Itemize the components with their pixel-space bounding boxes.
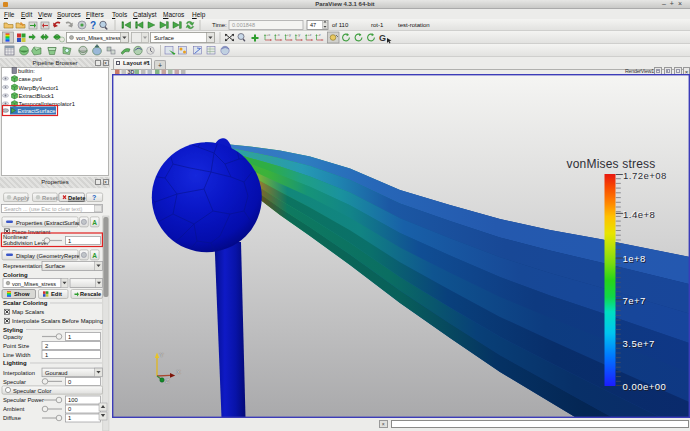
svg-text:Reset: Reset bbox=[42, 195, 58, 201]
svg-text:Gouraud: Gouraud bbox=[45, 370, 68, 376]
svg-text:0: 0 bbox=[68, 406, 71, 412]
svg-text:7e+7: 7e+7 bbox=[623, 295, 646, 306]
svg-text:Y: Y bbox=[160, 352, 164, 358]
svg-text:rot-1: rot-1 bbox=[371, 22, 384, 28]
svg-text:ExtractSurface1: ExtractSurface1 bbox=[18, 108, 59, 114]
svg-text:0.001848: 0.001848 bbox=[232, 22, 255, 28]
svg-text:Line Width: Line Width bbox=[3, 352, 30, 358]
svg-text:47: 47 bbox=[310, 22, 316, 28]
svg-text:1: 1 bbox=[68, 415, 71, 421]
svg-text:3.5e+7: 3.5e+7 bbox=[623, 338, 655, 349]
svg-text:Delete: Delete bbox=[68, 195, 86, 201]
svg-text:Point Size: Point Size bbox=[3, 343, 29, 349]
svg-text:case.pvd: case.pvd bbox=[19, 76, 42, 82]
svg-text:0: 0 bbox=[68, 379, 71, 385]
svg-text:1.72e+08: 1.72e+08 bbox=[623, 170, 667, 181]
svg-text:+z: +z bbox=[307, 32, 311, 37]
svg-text:1: 1 bbox=[68, 334, 71, 340]
svg-text:Styling: Styling bbox=[3, 327, 23, 333]
svg-text:Lighting: Lighting bbox=[3, 360, 27, 366]
svg-text:Representation: Representation bbox=[3, 263, 42, 269]
svg-text:2: 2 bbox=[45, 343, 48, 349]
svg-text:0.00e+00: 0.00e+00 bbox=[623, 381, 667, 392]
svg-text:von_Mises_stress: von_Mises_stress bbox=[76, 35, 121, 41]
svg-text:Scalar Coloring: Scalar Coloring bbox=[3, 300, 48, 306]
svg-text:1: 1 bbox=[45, 352, 48, 358]
svg-text:Edit: Edit bbox=[51, 291, 62, 297]
svg-text:Map Scalars: Map Scalars bbox=[12, 309, 44, 315]
svg-text:A: A bbox=[92, 219, 97, 226]
svg-text:Rescale: Rescale bbox=[80, 291, 101, 297]
svg-text:Display (GeometryRepres: Display (GeometryRepres bbox=[16, 253, 83, 259]
svg-text:100: 100 bbox=[68, 397, 78, 403]
svg-text:builtin:: builtin: bbox=[18, 68, 35, 74]
svg-text:Interpolate Scalars Before Map: Interpolate Scalars Before Mapping bbox=[12, 318, 103, 324]
svg-text:Diffuse: Diffuse bbox=[3, 415, 21, 421]
svg-text:Properties (ExtractSurface: Properties (ExtractSurface bbox=[16, 220, 84, 226]
svg-text:?: ? bbox=[92, 194, 96, 201]
svg-text:X: X bbox=[177, 369, 181, 375]
svg-text:of 110: of 110 bbox=[332, 22, 349, 28]
svg-text:-z: -z bbox=[318, 32, 321, 37]
svg-text:A: A bbox=[92, 252, 97, 259]
svg-text:1.4e+8: 1.4e+8 bbox=[623, 209, 655, 220]
svg-text:1e+8: 1e+8 bbox=[623, 253, 646, 264]
svg-text:Subdivision Level: Subdivision Level bbox=[3, 240, 48, 246]
svg-text:?: ? bbox=[90, 20, 96, 31]
svg-text:Apply: Apply bbox=[13, 195, 30, 201]
svg-text:+y: +y bbox=[287, 32, 291, 37]
svg-text:-x: -x bbox=[276, 32, 279, 37]
svg-text:Interpolation: Interpolation bbox=[3, 370, 35, 376]
svg-text:Z: Z bbox=[166, 378, 170, 384]
svg-text:Surface: Surface bbox=[154, 35, 174, 41]
svg-text:Coloring: Coloring bbox=[3, 272, 28, 278]
svg-text:G: G bbox=[379, 33, 386, 43]
svg-text:Surface: Surface bbox=[45, 263, 65, 269]
svg-text:Specular Power: Specular Power bbox=[3, 397, 44, 403]
svg-text:Show: Show bbox=[14, 291, 30, 297]
svg-text:Time:: Time: bbox=[212, 22, 227, 28]
svg-text:Search ... (use Esc to clear t: Search ... (use Esc to clear text) bbox=[4, 206, 82, 212]
svg-text:Ambient: Ambient bbox=[3, 406, 25, 412]
svg-text:Opacity: Opacity bbox=[3, 334, 23, 340]
svg-text:+x: +x bbox=[266, 32, 270, 37]
svg-text:WarpByVector1: WarpByVector1 bbox=[19, 84, 59, 90]
svg-text:-y: -y bbox=[297, 32, 300, 37]
svg-text:test-rotation: test-rotation bbox=[398, 22, 430, 28]
svg-text:ExtractBlock1: ExtractBlock1 bbox=[19, 93, 54, 99]
svg-text:von_Mises_stress: von_Mises_stress bbox=[12, 281, 56, 287]
svg-text:Specular Color: Specular Color bbox=[13, 388, 51, 394]
svg-text:Specular: Specular bbox=[3, 379, 26, 385]
svg-text:1: 1 bbox=[68, 238, 71, 244]
